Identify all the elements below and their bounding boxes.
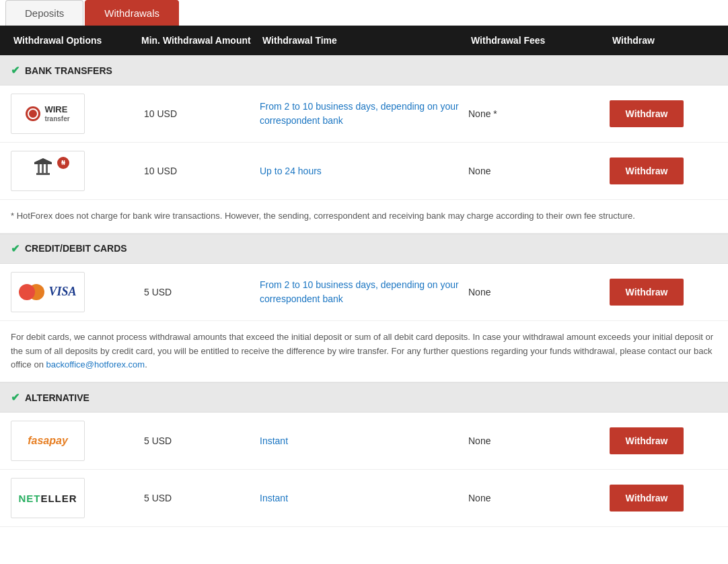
check-icon-alt: ✔ <box>11 391 20 404</box>
logo-box-visa-mc: VISA <box>11 272 85 312</box>
tab-deposits[interactable]: Deposits <box>5 0 83 26</box>
table-row: WIRE transfer 10 USD From 2 to 10 busine… <box>0 85 728 143</box>
amount-visa-mc: 5 USD <box>139 287 260 297</box>
btn-cell-fasapay: Withdraw <box>610 427 704 454</box>
time-bank-ng: Up to 24 hours <box>260 164 468 178</box>
svg-rect-1 <box>42 164 44 173</box>
logo-cell-bank-ng: ₦ <box>11 151 139 191</box>
table-row: NETELLER 5 USD Instant None Withdraw <box>0 470 728 527</box>
fasapay-logo-text: fasapay <box>28 435 68 447</box>
logo-cell-neteller: NETELLER <box>11 478 139 518</box>
logo-box-neteller: NETELLER <box>11 478 85 518</box>
btn-cell-wire: Withdraw <box>610 100 704 127</box>
amount-wire: 10 USD <box>139 108 260 119</box>
bank-transfer-note: * HotForex does not charge for bank wire… <box>0 200 728 234</box>
col-header-options: Withdrawal Options <box>11 35 139 46</box>
logo-cell-fasapay: fasapay <box>11 421 139 461</box>
neteller-green: NET <box>18 493 40 504</box>
neteller-logo-text: NETELLER <box>18 493 77 504</box>
section-alternative: ✔ ALTERNATIVE <box>0 382 728 413</box>
section-credit-debit: ✔ CREDIT/DEBIT CARDS <box>0 234 728 264</box>
amount-bank-ng: 10 USD <box>139 166 260 176</box>
svg-rect-2 <box>46 164 48 173</box>
time-visa-mc: From 2 to 10 business days, depending on… <box>260 278 468 306</box>
btn-cell-bank-ng: Withdraw <box>610 157 704 184</box>
tabs-container: Deposits Withdrawals <box>0 0 728 26</box>
mastercard-icon <box>19 284 44 300</box>
fees-neteller: None <box>468 493 610 503</box>
fees-visa-mc: None <box>468 287 610 297</box>
logo-cell-visa-mc: VISA <box>11 272 139 312</box>
logo-cell-wire: WIRE transfer <box>11 94 139 134</box>
wire-transfer-logo: WIRE transfer <box>26 104 69 123</box>
amount-fasapay: 5 USD <box>139 435 260 446</box>
svg-marker-5 <box>34 158 52 162</box>
time-neteller: Instant <box>260 491 468 505</box>
wire-sublabel: transfer <box>44 115 69 123</box>
svg-rect-3 <box>36 173 50 175</box>
svg-rect-4 <box>34 162 52 164</box>
col-header-min-amount: Min. Withdrawal Amount <box>139 35 260 46</box>
debit-card-note: For debit cards, we cannot process withd… <box>0 321 728 382</box>
svg-rect-0 <box>38 164 40 173</box>
section-label-cards: CREDIT/DEBIT CARDS <box>25 243 127 254</box>
check-icon-cards: ✔ <box>11 242 20 255</box>
logo-box-wire: WIRE transfer <box>11 94 85 134</box>
col-header-time: Withdrawal Time <box>260 35 468 46</box>
withdraw-button-fasapay[interactable]: Withdraw <box>610 427 684 454</box>
table-row: fasapay 5 USD Instant None Withdraw <box>0 413 728 470</box>
btn-cell-visa-mc: Withdraw <box>610 279 704 306</box>
wire-label: WIRE <box>44 104 69 115</box>
ng-badge: ₦ <box>57 157 69 169</box>
bank-building-icon: ₦ <box>34 158 61 184</box>
neteller-black: ELLER <box>40 493 77 504</box>
logo-box-bank-ng: ₦ <box>11 151 85 191</box>
mastercard-visa-logo: VISA <box>19 284 76 300</box>
table-row: ₦ 10 USD Up to 24 hours None Withdraw <box>0 143 728 200</box>
withdraw-button-neteller[interactable]: Withdraw <box>610 485 684 512</box>
section-bank-transfers: ✔ BANK TRANSFERS <box>0 55 728 85</box>
table-header: Withdrawal Options Min. Withdrawal Amoun… <box>0 26 728 55</box>
section-label-bank: BANK TRANSFERS <box>25 65 112 76</box>
fees-fasapay: None <box>468 435 610 446</box>
withdraw-button-bank-ng[interactable]: Withdraw <box>610 157 684 184</box>
fees-bank-ng: None <box>468 166 610 176</box>
section-label-alt: ALTERNATIVE <box>25 392 89 403</box>
btn-cell-neteller: Withdraw <box>610 485 704 512</box>
logo-box-fasapay: fasapay <box>11 421 85 461</box>
backoffice-email-link[interactable]: backoffice@hotforex.com <box>46 359 145 369</box>
wire-icon <box>26 106 40 121</box>
withdraw-button-wire[interactable]: Withdraw <box>610 100 684 127</box>
bank-ng-logo: ₦ <box>34 158 61 184</box>
check-icon-bank: ✔ <box>11 64 20 77</box>
table-row: VISA 5 USD From 2 to 10 business days, d… <box>0 264 728 321</box>
amount-neteller: 5 USD <box>139 493 260 503</box>
col-header-withdraw: Withdraw <box>610 35 704 46</box>
time-fasapay: Instant <box>260 434 468 448</box>
fees-wire: None * <box>468 108 610 119</box>
tab-withdrawals[interactable]: Withdrawals <box>85 0 179 26</box>
time-wire: From 2 to 10 business days, depending on… <box>260 100 468 128</box>
visa-text-logo: VISA <box>48 285 76 299</box>
col-header-fees: Withdrawal Fees <box>468 35 610 46</box>
withdraw-button-visa-mc[interactable]: Withdraw <box>610 279 684 306</box>
